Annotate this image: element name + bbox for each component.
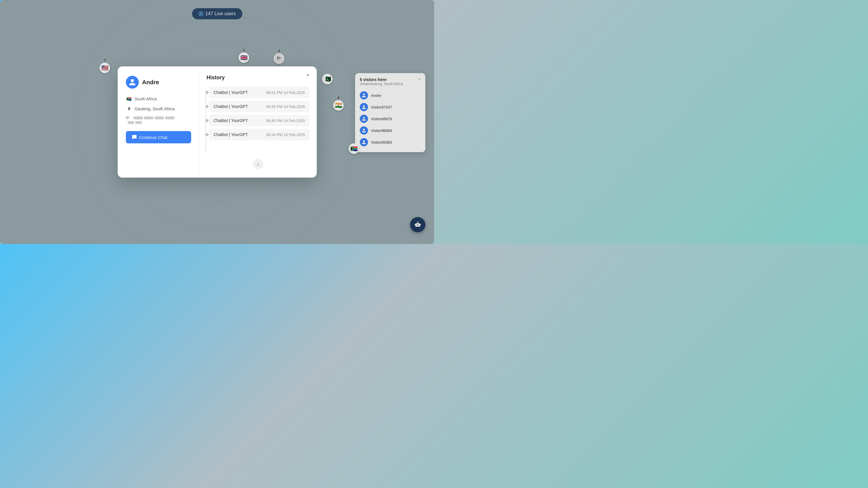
history-item[interactable]: Chatbot | YourGPT 06:34 PM 14 Feb,2025: [209, 129, 310, 140]
history-list: Chatbot | YourGPT 06:51 PM 14 Feb,2025 C…: [207, 87, 310, 140]
modal-right-panel: History Chatbot | YourGPT 06:51 PM 14 Fe…: [200, 66, 317, 177]
user-country: 🇿🇦 South Africa: [126, 96, 191, 102]
history-section: Chatbot | YourGPT 06:51 PM 14 Feb,2025 C…: [207, 87, 310, 155]
ip-label: IP: [126, 116, 129, 120]
history-time: 06:45 PM 14 Feb,2025: [266, 104, 305, 109]
history-item[interactable]: Chatbot | YourGPT 06:51 PM 14 Feb,2025: [209, 87, 310, 98]
flag-icon: 🇿🇦: [126, 96, 132, 102]
history-source: Chatbot | YourGPT: [214, 132, 248, 137]
modal-left-panel: Andre 🇿🇦 South Africa Gauteng, South Afr…: [118, 66, 200, 177]
timeline-dot: [206, 133, 209, 136]
country-label: South Africa: [135, 97, 157, 101]
location-icon: [126, 106, 132, 112]
ip-masked: [133, 117, 175, 119]
scroll-down-button[interactable]: ↓: [253, 159, 264, 169]
user-detail-modal: × Andre 🇿🇦 South Africa G: [118, 66, 317, 177]
continue-chat-label: Continue Chat: [140, 135, 167, 140]
history-item[interactable]: Chatbot | YourGPT 06:40 PM 14 Feb,2025: [209, 115, 310, 126]
modal-close-button[interactable]: ×: [304, 71, 312, 79]
app-container: 147 Live users 7 🇺🇸 1 🇬🇧 3 🏳 🇵🇰 2 🇮🇳 6 🇸…: [0, 0, 434, 244]
user-ip: IP: [126, 116, 191, 120]
user-avatar: [126, 76, 139, 89]
modal-overlay: × Andre 🇿🇦 South Africa G: [0, 0, 434, 244]
history-time: 06:51 PM 14 Feb,2025: [266, 90, 305, 95]
history-item-wrapper: Chatbot | YourGPT 06:51 PM 14 Feb,2025: [209, 87, 310, 98]
timeline-dot: [206, 119, 209, 122]
history-item-wrapper: Chatbot | YourGPT 06:45 PM 14 Feb,2025: [209, 101, 310, 112]
history-title: History: [207, 75, 310, 81]
location-label: Gauteng, South Africa: [135, 106, 175, 111]
history-item-wrapper: Chatbot | YourGPT 06:34 PM 14 Feb,2025: [209, 129, 310, 140]
history-source: Chatbot | YourGPT: [214, 90, 248, 95]
user-profile: Andre: [126, 76, 191, 89]
user-location: Gauteng, South Africa: [126, 106, 191, 112]
history-time: 06:34 PM 14 Feb,2025: [266, 133, 305, 137]
history-source: Chatbot | YourGPT: [214, 104, 248, 109]
history-item-wrapper: Chatbot | YourGPT 06:40 PM 14 Feb,2025: [209, 115, 310, 126]
history-time: 06:40 PM 14 Feb,2025: [266, 119, 305, 123]
history-source: Chatbot | YourGPT: [214, 118, 248, 123]
history-item[interactable]: Chatbot | YourGPT 06:45 PM 14 Feb,2025: [209, 101, 310, 112]
timeline-dot: [206, 91, 209, 94]
continue-chat-button[interactable]: Continue Chat: [126, 131, 191, 143]
user-name: Andre: [142, 79, 159, 86]
timeline-dot: [206, 105, 209, 108]
